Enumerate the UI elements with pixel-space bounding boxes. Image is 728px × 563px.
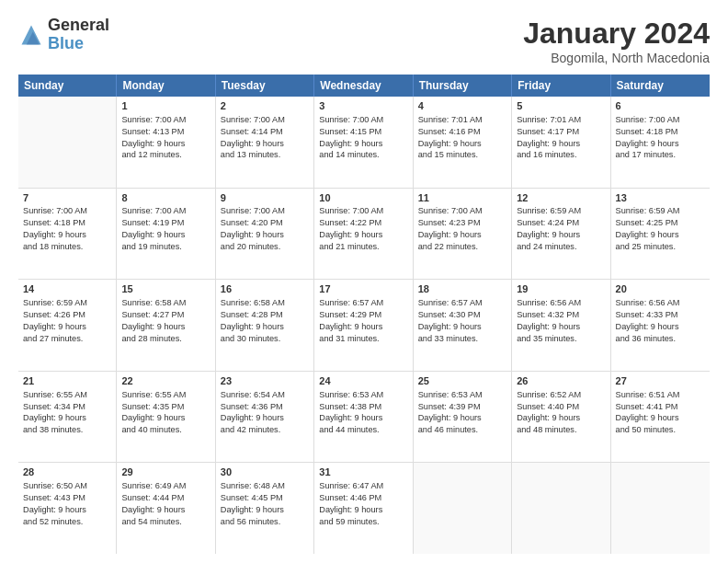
cell-text: Sunrise: 6:54 AM bbox=[221, 389, 309, 401]
cell-text: and 16 minutes. bbox=[517, 149, 605, 161]
cell-text: Daylight: 9 hours bbox=[616, 412, 705, 424]
logo-icon bbox=[18, 22, 44, 48]
day-number: 15 bbox=[121, 282, 210, 296]
header-day-monday: Monday bbox=[117, 75, 215, 97]
calendar-cell: 27Sunrise: 6:51 AMSunset: 4:41 PMDayligh… bbox=[611, 372, 710, 463]
cell-text: Daylight: 9 hours bbox=[121, 229, 210, 241]
cell-text: Sunrise: 6:57 AM bbox=[319, 297, 407, 309]
cell-text: and 18 minutes. bbox=[23, 241, 111, 253]
day-number: 28 bbox=[23, 465, 111, 479]
cell-text: Daylight: 9 hours bbox=[221, 321, 309, 333]
cell-text: Sunrise: 7:01 AM bbox=[517, 114, 605, 126]
cell-text: Sunset: 4:35 PM bbox=[121, 401, 210, 413]
day-number: 10 bbox=[319, 191, 407, 205]
cell-text: Daylight: 9 hours bbox=[616, 138, 705, 150]
calendar-cell: 22Sunrise: 6:55 AMSunset: 4:35 PMDayligh… bbox=[117, 372, 215, 463]
cell-text: and 36 minutes. bbox=[616, 333, 705, 345]
calendar-cell: 3Sunrise: 7:00 AMSunset: 4:15 PMDaylight… bbox=[314, 97, 413, 188]
cell-text: and 38 minutes. bbox=[23, 424, 111, 436]
cell-text: Sunrise: 6:59 AM bbox=[23, 297, 111, 309]
cell-text: Daylight: 9 hours bbox=[616, 321, 705, 333]
location: Bogomila, North Macedonia bbox=[523, 51, 710, 65]
cell-text: and 12 minutes. bbox=[121, 149, 210, 161]
calendar-cell: 4Sunrise: 7:01 AMSunset: 4:16 PMDaylight… bbox=[414, 97, 512, 188]
cell-text: Sunrise: 6:53 AM bbox=[418, 389, 506, 401]
calendar-cell: 21Sunrise: 6:55 AMSunset: 4:34 PMDayligh… bbox=[18, 372, 117, 463]
cell-text: Daylight: 9 hours bbox=[517, 138, 605, 150]
cell-text: Daylight: 9 hours bbox=[319, 504, 407, 516]
day-number: 29 bbox=[121, 465, 210, 479]
cell-text: Daylight: 9 hours bbox=[418, 412, 506, 424]
calendar-header: SundayMondayTuesdayWednesdayThursdayFrid… bbox=[18, 75, 710, 97]
cell-text: Sunrise: 6:59 AM bbox=[616, 205, 705, 217]
calendar-cell: 15Sunrise: 6:58 AMSunset: 4:27 PMDayligh… bbox=[117, 280, 215, 371]
calendar-cell: 8Sunrise: 7:00 AMSunset: 4:19 PMDaylight… bbox=[117, 189, 215, 280]
cell-text: Sunrise: 7:00 AM bbox=[418, 205, 506, 217]
cell-text: Daylight: 9 hours bbox=[319, 412, 407, 424]
calendar-cell: 19Sunrise: 6:56 AMSunset: 4:32 PMDayligh… bbox=[512, 280, 610, 371]
calendar-cell: 25Sunrise: 6:53 AMSunset: 4:39 PMDayligh… bbox=[414, 372, 512, 463]
cell-text: Daylight: 9 hours bbox=[319, 229, 407, 241]
calendar-cell: 29Sunrise: 6:49 AMSunset: 4:44 PMDayligh… bbox=[117, 463, 215, 554]
day-number: 16 bbox=[221, 282, 309, 296]
day-number: 25 bbox=[418, 374, 506, 388]
calendar-cell bbox=[611, 463, 710, 554]
calendar-cell: 10Sunrise: 7:00 AMSunset: 4:22 PMDayligh… bbox=[314, 189, 413, 280]
day-number: 5 bbox=[517, 99, 605, 113]
cell-text: Sunrise: 7:01 AM bbox=[418, 114, 506, 126]
day-number: 2 bbox=[221, 99, 309, 113]
header-day-wednesday: Wednesday bbox=[314, 75, 413, 97]
day-number: 22 bbox=[121, 374, 210, 388]
cell-text: Sunset: 4:33 PM bbox=[616, 309, 705, 321]
cell-text: Sunrise: 6:58 AM bbox=[121, 297, 210, 309]
calendar-cell bbox=[18, 97, 117, 188]
cell-text: Sunset: 4:24 PM bbox=[517, 217, 605, 229]
calendar-cell: 5Sunrise: 7:01 AMSunset: 4:17 PMDaylight… bbox=[512, 97, 610, 188]
header: General Blue January 2024 Bogomila, Nort… bbox=[18, 17, 710, 65]
calendar-cell: 18Sunrise: 6:57 AMSunset: 4:30 PMDayligh… bbox=[414, 280, 512, 371]
cell-text: Sunset: 4:41 PM bbox=[616, 401, 705, 413]
month-title: January 2024 bbox=[523, 17, 710, 51]
cell-text: Sunset: 4:16 PM bbox=[418, 126, 506, 138]
cell-text: and 24 minutes. bbox=[517, 241, 605, 253]
cell-text: and 44 minutes. bbox=[319, 424, 407, 436]
cell-text: and 15 minutes. bbox=[418, 149, 506, 161]
cell-text: Daylight: 9 hours bbox=[23, 321, 111, 333]
page: General Blue January 2024 Bogomila, Nort… bbox=[0, 0, 728, 563]
cell-text: Sunset: 4:39 PM bbox=[418, 401, 506, 413]
cell-text: Sunset: 4:15 PM bbox=[319, 126, 407, 138]
cell-text: Sunrise: 7:00 AM bbox=[121, 114, 210, 126]
cell-text: and 48 minutes. bbox=[517, 424, 605, 436]
cell-text: Sunset: 4:27 PM bbox=[121, 309, 210, 321]
cell-text: Daylight: 9 hours bbox=[221, 138, 309, 150]
day-number: 7 bbox=[23, 191, 111, 205]
day-number: 13 bbox=[616, 191, 705, 205]
cell-text: Daylight: 9 hours bbox=[23, 504, 111, 516]
logo: General Blue bbox=[18, 17, 109, 53]
calendar-cell: 24Sunrise: 6:53 AMSunset: 4:38 PMDayligh… bbox=[314, 372, 413, 463]
cell-text: Sunset: 4:18 PM bbox=[23, 217, 111, 229]
cell-text: Daylight: 9 hours bbox=[121, 321, 210, 333]
cell-text: and 20 minutes. bbox=[221, 241, 309, 253]
day-number: 3 bbox=[319, 99, 407, 113]
day-number: 27 bbox=[616, 374, 705, 388]
cell-text: and 31 minutes. bbox=[319, 333, 407, 345]
day-number: 23 bbox=[221, 374, 309, 388]
cell-text: Daylight: 9 hours bbox=[221, 229, 309, 241]
cell-text: Sunset: 4:32 PM bbox=[517, 309, 605, 321]
cell-text: Sunset: 4:29 PM bbox=[319, 309, 407, 321]
day-number: 8 bbox=[121, 191, 210, 205]
calendar-cell: 1Sunrise: 7:00 AMSunset: 4:13 PMDaylight… bbox=[117, 97, 215, 188]
calendar-cell: 13Sunrise: 6:59 AMSunset: 4:25 PMDayligh… bbox=[611, 189, 710, 280]
cell-text: and 25 minutes. bbox=[616, 241, 705, 253]
calendar-cell: 17Sunrise: 6:57 AMSunset: 4:29 PMDayligh… bbox=[314, 280, 413, 371]
cell-text: Sunrise: 6:55 AM bbox=[121, 389, 210, 401]
calendar-row-0: 1Sunrise: 7:00 AMSunset: 4:13 PMDaylight… bbox=[18, 97, 710, 189]
title-block: January 2024 Bogomila, North Macedonia bbox=[523, 17, 710, 65]
cell-text: Daylight: 9 hours bbox=[121, 504, 210, 516]
cell-text: Daylight: 9 hours bbox=[221, 504, 309, 516]
day-number: 30 bbox=[221, 465, 309, 479]
cell-text: Sunset: 4:30 PM bbox=[418, 309, 506, 321]
cell-text: and 59 minutes. bbox=[319, 516, 407, 528]
cell-text: Sunrise: 6:52 AM bbox=[517, 389, 605, 401]
